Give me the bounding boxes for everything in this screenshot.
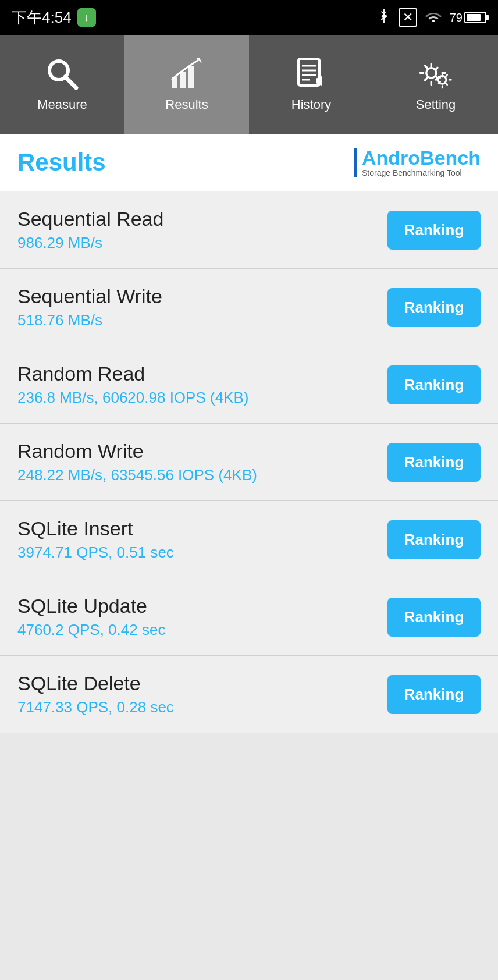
result-info-sqlite-insert: SQLite Insert 3974.71 QPS, 0.51 sec: [17, 517, 174, 562]
result-info-random-write: Random Write 248.22 MB/s, 63545.56 IOPS …: [17, 440, 257, 484]
battery-percent: 79: [450, 11, 463, 24]
result-name-sequential-write: Sequential Write: [17, 285, 162, 308]
result-value-random-read: 236.8 MB/s, 60620.98 IOPS (4KB): [17, 389, 248, 407]
result-value-random-write: 248.22 MB/s, 63545.56 IOPS (4KB): [17, 466, 257, 484]
download-icon: ↓: [77, 8, 96, 27]
time-display: 下午4:54: [12, 8, 72, 28]
result-name-sqlite-insert: SQLite Insert: [17, 517, 174, 540]
result-name-sequential-read: Sequential Read: [17, 208, 163, 230]
status-right: ✕ 79: [378, 8, 486, 27]
result-item-sequential-read: Sequential Read 986.29 MB/s Ranking: [0, 191, 498, 269]
logo-text: AndroBench Storage Benchmarking Tool: [362, 148, 481, 177]
ranking-btn-random-read[interactable]: Ranking: [387, 365, 481, 404]
logo-bar: [354, 148, 357, 177]
ranking-btn-random-write[interactable]: Ranking: [387, 443, 481, 482]
svg-line-1: [65, 77, 76, 88]
ranking-btn-sqlite-delete[interactable]: Ranking: [387, 675, 481, 714]
results-header: Results AndroBench Storage Benchmarking …: [0, 134, 498, 191]
results-icon: [169, 56, 204, 91]
logo-andro: Andro: [362, 147, 420, 169]
bluetooth-icon: [378, 8, 390, 27]
result-name-random-read: Random Read: [17, 363, 248, 385]
result-item-random-write: Random Write 248.22 MB/s, 63545.56 IOPS …: [0, 424, 498, 501]
result-info-sqlite-delete: SQLite Delete 7147.33 QPS, 0.28 sec: [17, 672, 174, 716]
measure-icon: [45, 56, 80, 91]
result-info-sqlite-update: SQLite Update 4760.2 QPS, 0.42 sec: [17, 595, 165, 639]
result-list: Sequential Read 986.29 MB/s Ranking Sequ…: [0, 191, 498, 733]
result-value-sqlite-update: 4760.2 QPS, 0.42 sec: [17, 621, 165, 639]
result-value-sqlite-insert: 3974.71 QPS, 0.51 sec: [17, 544, 174, 562]
tab-measure[interactable]: Measure: [0, 35, 124, 134]
results-title: Results: [17, 148, 106, 176]
tab-setting[interactable]: Setting: [374, 35, 498, 134]
logo-bench: Bench: [420, 147, 481, 169]
result-name-sqlite-delete: SQLite Delete: [17, 672, 174, 695]
ranking-btn-sqlite-insert[interactable]: Ranking: [387, 520, 481, 559]
androbench-logo: AndroBench Storage Benchmarking Tool: [354, 148, 481, 177]
tab-setting-label: Setting: [416, 97, 456, 112]
result-value-sequential-write: 518.76 MB/s: [17, 311, 162, 329]
tab-history[interactable]: History: [249, 35, 374, 134]
battery-icon: 79: [450, 11, 486, 24]
nav-tabs: Measure Results History Se: [0, 35, 498, 134]
history-icon: [294, 56, 329, 91]
svg-rect-4: [188, 66, 194, 88]
result-info-sequential-read: Sequential Read 986.29 MB/s: [17, 208, 163, 252]
tab-history-label: History: [291, 97, 331, 112]
result-item-sqlite-delete: SQLite Delete 7147.33 QPS, 0.28 sec Rank…: [0, 656, 498, 733]
result-item-sqlite-update: SQLite Update 4760.2 QPS, 0.42 sec Ranki…: [0, 578, 498, 656]
result-value-sqlite-delete: 7147.33 QPS, 0.28 sec: [17, 698, 174, 716]
result-name-sqlite-update: SQLite Update: [17, 595, 165, 617]
result-info-random-read: Random Read 236.8 MB/s, 60620.98 IOPS (4…: [17, 363, 248, 407]
status-bar: 下午4:54 ↓ ✕ 79: [0, 0, 498, 35]
svg-marker-11: [316, 76, 322, 86]
result-item-random-read: Random Read 236.8 MB/s, 60620.98 IOPS (4…: [0, 346, 498, 424]
tab-results[interactable]: Results: [124, 35, 249, 134]
svg-rect-3: [180, 72, 186, 88]
tab-measure-label: Measure: [37, 97, 87, 112]
result-name-random-write: Random Write: [17, 440, 257, 463]
result-info-sequential-write: Sequential Write 518.76 MB/s: [17, 285, 162, 329]
wifi-icon: [425, 9, 442, 26]
footer-space: [0, 733, 498, 908]
result-item-sqlite-insert: SQLite Insert 3974.71 QPS, 0.51 sec Rank…: [0, 501, 498, 578]
ranking-btn-sqlite-update[interactable]: Ranking: [387, 598, 481, 637]
logo-main: AndroBench: [362, 148, 481, 168]
ranking-btn-sequential-write[interactable]: Ranking: [387, 288, 481, 327]
setting-icon: [418, 56, 453, 91]
tab-results-label: Results: [165, 97, 208, 112]
x-icon: ✕: [399, 8, 417, 27]
status-left: 下午4:54 ↓: [12, 8, 96, 28]
result-item-sequential-write: Sequential Write 518.76 MB/s Ranking: [0, 269, 498, 346]
logo-subtitle: Storage Benchmarking Tool: [362, 169, 481, 177]
result-value-sequential-read: 986.29 MB/s: [17, 234, 163, 252]
ranking-btn-sequential-read[interactable]: Ranking: [387, 211, 481, 250]
